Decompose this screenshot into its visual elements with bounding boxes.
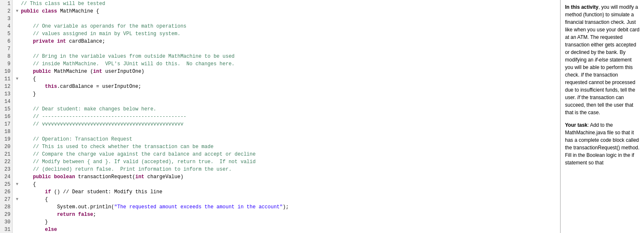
token-cm: // vvvvvvvvvvvvvvvvvvvvvvvvvvvvvvvvvvvvv… <box>33 120 183 128</box>
line-spacer <box>16 15 21 23</box>
code-line[interactable]: ▼ { <box>13 181 560 188</box>
code-line[interactable]: // (declined) return false. Print inform… <box>13 166 560 173</box>
token-kw: return <box>57 211 75 218</box>
code-line[interactable]: // Operation: Transaction Request <box>13 136 560 143</box>
line-number: 28 <box>0 203 12 211</box>
code-line[interactable]: System.out.println("The requested amount… <box>13 203 560 211</box>
line-number: 5 <box>0 30 12 38</box>
token-cm: // Operation: Transaction Request <box>33 136 132 143</box>
collapse-arrow-icon[interactable]: ▼ <box>16 181 21 188</box>
code-line[interactable]: ▼ { <box>13 75 560 83</box>
line-spacer <box>16 173 21 181</box>
token-cm: // Bring in the variable values from out… <box>33 53 234 60</box>
line-spacer <box>16 188 21 196</box>
token-plain <box>39 8 42 15</box>
token-plain <box>75 211 78 218</box>
line-spacer <box>16 68 21 75</box>
code-line[interactable]: // Modify between { and }. If valid (acc… <box>13 158 560 166</box>
code-line[interactable]: // This is used to check whether the tra… <box>13 143 560 151</box>
indent <box>21 136 33 143</box>
line-number: 29 <box>0 211 12 218</box>
code-line[interactable] <box>13 98 560 105</box>
line-number: 27 <box>0 196 12 203</box>
info-content[interactable]: In this activity, you will modify a meth… <box>561 0 644 233</box>
line-number: 25 <box>0 181 12 188</box>
token-plain: () // Dear student: Modify this line <box>51 188 162 196</box>
code-line[interactable] <box>13 15 560 23</box>
line-number: 2 <box>0 8 12 15</box>
code-line[interactable]: ▼ { <box>13 196 560 203</box>
token-plain <box>54 38 57 45</box>
line-spacer <box>16 211 21 218</box>
token-cm: // Dear student: make changes below here… <box>33 105 156 113</box>
code-line[interactable]: // Compare the charge value against the … <box>13 151 560 158</box>
line-number: 21 <box>0 151 12 158</box>
code-line[interactable]: // One variable as operands for the math… <box>13 23 560 30</box>
token-st: "The requested amount exceeds the amount… <box>114 203 283 211</box>
code-line[interactable]: // inside MathMachine. VPL's JUnit will … <box>13 60 560 68</box>
code-line[interactable]: private int cardBalance; <box>13 38 560 45</box>
line-number: 10 <box>0 68 12 75</box>
token-plain: chargeValue) <box>144 173 183 181</box>
token-plain: { <box>33 181 36 188</box>
line-spacer <box>16 203 21 211</box>
line-spacer <box>16 128 21 136</box>
collapse-arrow-icon[interactable]: ▼ <box>16 8 21 15</box>
token-kw: false <box>78 211 93 218</box>
token-kw: if <box>45 188 51 196</box>
token-plain: { <box>45 196 48 203</box>
indent <box>21 120 33 128</box>
token-plain: { <box>33 75 36 83</box>
line-number: 31 <box>0 226 12 233</box>
line-number: 20 <box>0 143 12 151</box>
indent <box>21 173 33 181</box>
code-line[interactable]: else <box>13 226 560 233</box>
code-line[interactable]: } <box>13 90 560 98</box>
code-line[interactable]: ▼ public class MathMachine { <box>13 8 560 15</box>
code-line[interactable]: // This class will be tested <box>13 0 560 8</box>
code-line[interactable]: } <box>13 218 560 226</box>
code-line[interactable]: if () // Dear student: Modify this line <box>13 188 560 196</box>
code-line[interactable]: // values assigned in main by VPL testin… <box>13 30 560 38</box>
token-kw: else <box>45 226 57 233</box>
line-number: 19 <box>0 136 12 143</box>
line-spacer <box>16 90 21 98</box>
line-number: 26 <box>0 188 12 196</box>
indent <box>21 23 33 30</box>
line-number: 4 <box>0 23 12 30</box>
token-plain: System.out.println( <box>57 203 114 211</box>
indent <box>21 143 33 151</box>
code-line[interactable]: public MathMachine (int userInputOne) <box>13 68 560 75</box>
code-line[interactable]: public boolean transactionRequest(int ch… <box>13 173 560 181</box>
token-plain: } <box>33 90 36 98</box>
line-spacer <box>16 151 21 158</box>
code-line[interactable]: // Dear student: make changes below here… <box>13 105 560 113</box>
code-content[interactable]: // This class will be tested▼ public cla… <box>13 0 560 233</box>
code-line[interactable]: return false; <box>13 211 560 218</box>
token-plain: userInputOne) <box>102 68 144 75</box>
indent <box>21 188 45 196</box>
token-cm: // inside MathMachine. VPL's JUnit will … <box>33 60 234 68</box>
info-paragraph-1: In this activity, you will modify a meth… <box>565 3 640 116</box>
code-line[interactable] <box>13 128 560 136</box>
line-number: 6 <box>0 38 12 45</box>
code-line[interactable] <box>13 45 560 53</box>
indent <box>21 60 33 68</box>
line-spacer <box>16 158 21 166</box>
token-plain: cardBalance; <box>66 38 105 45</box>
indent <box>21 53 33 60</box>
token-plain: } <box>45 218 48 226</box>
token-kw: private <box>33 38 54 45</box>
code-line[interactable]: // -------------------------------------… <box>13 113 560 120</box>
code-line[interactable]: // Bring in the variable values from out… <box>13 53 560 60</box>
collapse-arrow-icon[interactable]: ▼ <box>16 75 21 83</box>
indent <box>21 75 33 83</box>
code-line[interactable]: // vvvvvvvvvvvvvvvvvvvvvvvvvvvvvvvvvvvvv… <box>13 120 560 128</box>
indent <box>21 166 33 173</box>
code-line[interactable]: this.cardBalance = userInputOne; <box>13 83 560 90</box>
collapse-arrow-icon[interactable]: ▼ <box>16 196 21 203</box>
line-spacer <box>16 38 21 45</box>
line-spacer <box>16 166 21 173</box>
token-cm: // One variable as operands for the math… <box>33 23 186 30</box>
token-kw: int <box>135 173 145 181</box>
